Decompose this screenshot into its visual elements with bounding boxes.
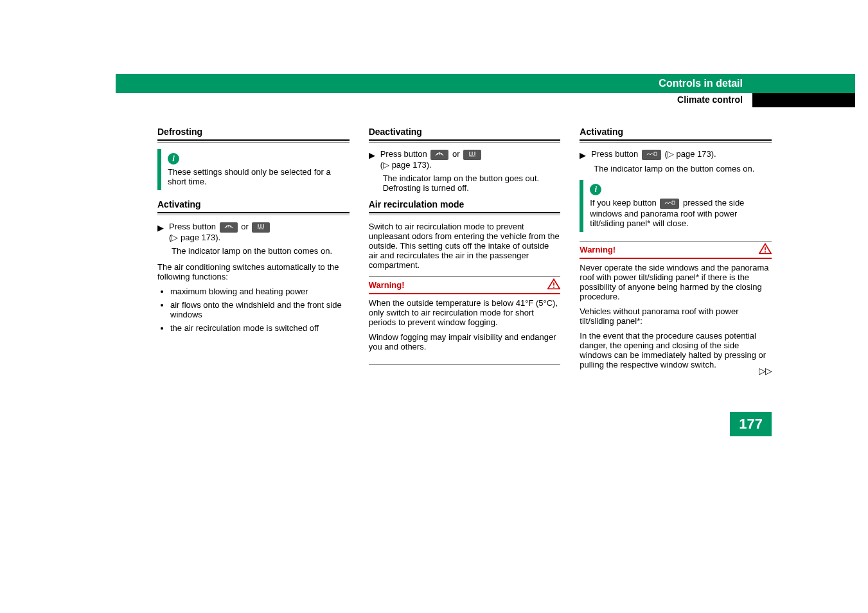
- heading-defrosting: Defrosting: [157, 127, 350, 137]
- info-note-text: These settings should only be selected f…: [168, 167, 350, 186]
- column-3: Activating ▶ Press button (▷ page 173). …: [580, 127, 772, 380]
- warning-triangle-icon: [547, 278, 560, 292]
- section-sub-band: Climate control: [116, 93, 855, 107]
- warning-body: Never operate the side windows and the p…: [580, 263, 772, 380]
- step-result: The indicator lamp on the button goes ou…: [383, 173, 561, 193]
- step-text: Press button or FRONT (▷ page 173).: [380, 149, 483, 170]
- heading-rule: [157, 139, 350, 143]
- page-body: Defrosting i These settings should only …: [0, 107, 868, 399]
- step-marker-icon: ▶: [580, 150, 586, 160]
- warning-header: Warning!: [369, 276, 561, 294]
- warning-text: Never operate the side windows and the p…: [580, 263, 772, 301]
- warning-label: Warning!: [580, 245, 616, 254]
- warning-triangle-icon: [759, 243, 772, 256]
- svg-text:FRONT: FRONT: [469, 154, 475, 157]
- warning-label: Warning!: [369, 280, 405, 290]
- svg-text:FRONT: FRONT: [258, 227, 264, 229]
- heading-activating: Activating: [580, 127, 772, 137]
- defrost-button-icon: [220, 222, 238, 233]
- heading-rule: [580, 139, 772, 143]
- warning-text: When the outside temperature is below 41…: [369, 298, 561, 327]
- step-result: The indicator lamp on the button comes o…: [172, 246, 350, 256]
- svg-point-9: [553, 287, 554, 288]
- column-2: Deactivating ▶ Press button or FRONT (▷ …: [369, 127, 561, 380]
- info-note-box: i If you keep button pressed the side wi…: [580, 180, 772, 232]
- step-marker-icon: ▶: [157, 223, 164, 233]
- body-text: Switch to air recirculation mode to prev…: [369, 222, 561, 270]
- warning-body: When the outside temperature is below 41…: [369, 298, 561, 362]
- body-text: The air conditioning switches automatica…: [157, 262, 350, 281]
- heading-rule: [369, 139, 561, 143]
- warning-text: In the event that the procedure causes p…: [580, 331, 772, 369]
- thumb-index-tab: [752, 93, 855, 107]
- warning-header: Warning!: [580, 241, 772, 259]
- warning-text: Vehicles without panorama roof with powe…: [580, 306, 772, 326]
- page-number-container: 177: [0, 399, 868, 456]
- instruction-step: ▶ Press button (▷ page 173).: [580, 149, 772, 160]
- heading-activating: Activating: [157, 199, 350, 209]
- instruction-step: ▶ Press button or FRONT (▷ page 173).: [369, 149, 561, 170]
- info-icon: i: [590, 184, 601, 195]
- function-list: maximum blowing and heating power air fl…: [170, 287, 350, 333]
- step-text: Press button (▷ page 173).: [591, 149, 716, 160]
- defrost-button-icon: [430, 150, 448, 160]
- step-marker-icon: ▶: [369, 150, 375, 160]
- info-note-box: i These settings should only be selected…: [157, 149, 350, 190]
- instruction-step: ▶ Press button or FRONT (▷ page 173).: [157, 222, 350, 242]
- info-note-text: If you keep button pressed the side wind…: [590, 198, 772, 228]
- column-1: Defrosting i These settings should only …: [157, 127, 350, 380]
- air-recirculation-button-icon: [660, 199, 679, 209]
- chapter-header-band: Controls in detail: [116, 74, 855, 93]
- section-title: Climate control: [677, 94, 743, 105]
- page-number: 177: [730, 412, 772, 436]
- info-icon: i: [168, 153, 179, 164]
- warning-text: Window fogging may impair visibility and…: [369, 332, 561, 351]
- svg-point-11: [765, 251, 766, 253]
- front-defrost-button-icon: FRONT: [463, 150, 481, 160]
- front-defrost-button-icon: FRONT: [252, 222, 270, 233]
- heading-rule: [157, 212, 350, 215]
- step-text: Press button or FRONT (▷ page 173).: [169, 222, 271, 242]
- list-item: maximum blowing and heating power: [170, 287, 350, 296]
- continued-marker-icon: ▷▷: [759, 366, 772, 376]
- heading-rule: [369, 212, 561, 215]
- heading-deactivating: Deactivating: [369, 127, 561, 137]
- warning-bottom-rule: [369, 364, 561, 365]
- list-item: the air recirculation mode is switched o…: [170, 323, 350, 333]
- chapter-title: Controls in detail: [659, 78, 743, 89]
- air-recirculation-button-icon: [642, 150, 661, 160]
- heading-air-recirculation: Air recirculation mode: [369, 199, 561, 209]
- step-result: The indicator lamp on the button comes o…: [594, 164, 772, 173]
- list-item: air flows onto the windshield and the fr…: [170, 300, 350, 319]
